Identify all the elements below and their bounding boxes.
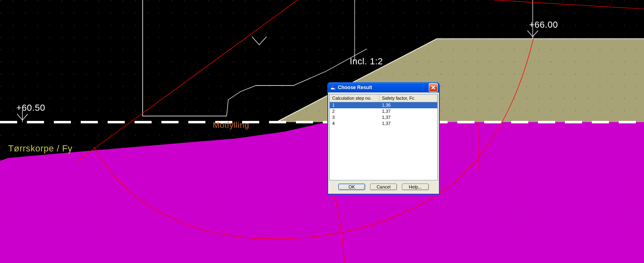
drawing-canvas[interactable]: +60.50 +66.00 Incl. 1:2 Motfylling Tørrs… — [0, 0, 644, 263]
cancel-button[interactable]: Cancel — [370, 184, 397, 190]
elevation-right-label: +66.00 — [529, 20, 558, 30]
cell-fc: 1,37 — [379, 108, 437, 114]
list-row[interactable]: 41,37 — [330, 121, 437, 127]
close-button[interactable] — [429, 83, 438, 92]
cell-step: 4 — [330, 121, 379, 127]
choose-result-dialog: Choose Result Calculation step no. Safet… — [327, 82, 440, 195]
list-row[interactable]: 31,37 — [330, 114, 437, 121]
list-row[interactable]: 11,36 — [330, 102, 437, 108]
column-fc-header[interactable]: Safety factor, Fc — [379, 94, 437, 102]
list-header[interactable]: Calculation step no. Safety factor, Fc — [330, 94, 437, 102]
dialog-title: Choose Result — [338, 85, 429, 90]
java-icon — [330, 85, 336, 90]
ok-button[interactable]: OK — [338, 184, 365, 190]
help-button[interactable]: Help... — [402, 184, 429, 190]
cell-fc: 1,37 — [379, 121, 437, 127]
incline-label: Incl. 1:2 — [350, 56, 383, 67]
fill-layer-label: Motfylling — [213, 121, 249, 130]
close-icon — [431, 85, 435, 90]
column-step-header[interactable]: Calculation step no. — [330, 94, 379, 102]
dialog-titlebar[interactable]: Choose Result — [328, 83, 439, 92]
list-row[interactable]: 21,37 — [330, 108, 437, 114]
elevation-left-label: +60.50 — [16, 103, 45, 113]
cell-step: 3 — [330, 114, 379, 121]
result-list[interactable]: Calculation step no. Safety factor, Fc 1… — [329, 94, 438, 180]
cell-step: 2 — [330, 108, 379, 114]
svg-rect-13 — [331, 88, 334, 90]
svg-rect-4 — [0, 122, 644, 263]
cell-fc: 1,37 — [379, 114, 437, 121]
bottom-layer-label: Tørrskorpe / Fy — [8, 143, 73, 154]
cell-fc: 1,36 — [379, 102, 437, 108]
cell-step: 1 — [330, 102, 379, 108]
